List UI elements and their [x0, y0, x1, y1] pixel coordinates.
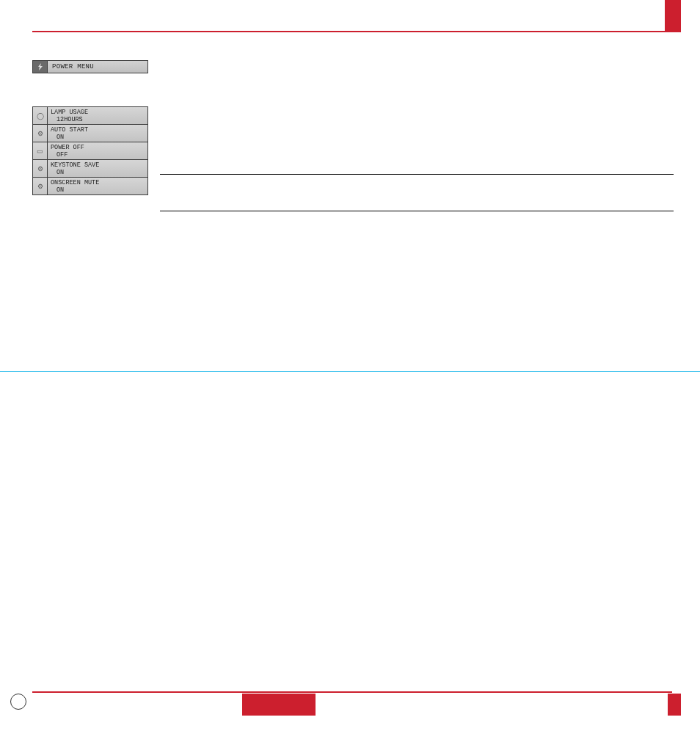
lamp-icon: ◯ [33, 107, 48, 124]
power-menu-label: POWER MENU [48, 61, 147, 73]
auto-start-icon: ⚙ [33, 125, 48, 142]
power-off-icon: ▭ [33, 142, 48, 159]
cyan-divider [0, 371, 700, 372]
menu-item-auto-start: ⚙ AUTO START ON [33, 125, 147, 142]
top-right-red-block [665, 0, 681, 32]
power-menu-header: POWER MENU [32, 60, 148, 73]
menu-item-label: KEYSTONE SAVE ON [48, 160, 147, 177]
bottom-red-rule [32, 691, 672, 693]
menu-item-lamp-usage: ◯ LAMP USAGE 12HOURS [33, 107, 147, 125]
keystone-icon: ⚙ [33, 160, 48, 177]
menu-item-keystone-save: ⚙ KEYSTONE SAVE ON [33, 160, 147, 178]
top-red-rule [32, 31, 672, 32]
power-bolt-icon [33, 61, 48, 73]
bottom-center-red-block [242, 694, 316, 716]
menu-item-label: AUTO START ON [48, 125, 147, 142]
menu-item-onscreen-mute: ⚙ ONSCREEN MUTE ON [33, 178, 147, 194]
power-menu-items: ◯ LAMP USAGE 12HOURS ⚙ AUTO START ON ▭ P… [32, 106, 148, 195]
page-number-circle [10, 694, 26, 710]
menu-item-label: ONSCREEN MUTE ON [48, 178, 147, 194]
menu-item-label: LAMP USAGE 12HOURS [48, 107, 147, 124]
menu-item-label: POWER OFF OFF [48, 142, 147, 159]
menu-item-power-off: ▭ POWER OFF OFF [33, 142, 147, 160]
onscreen-mute-icon: ⚙ [33, 178, 48, 194]
rule-line-b [160, 211, 674, 211]
bottom-right-red-block [668, 694, 681, 716]
rule-line-a [160, 174, 674, 175]
